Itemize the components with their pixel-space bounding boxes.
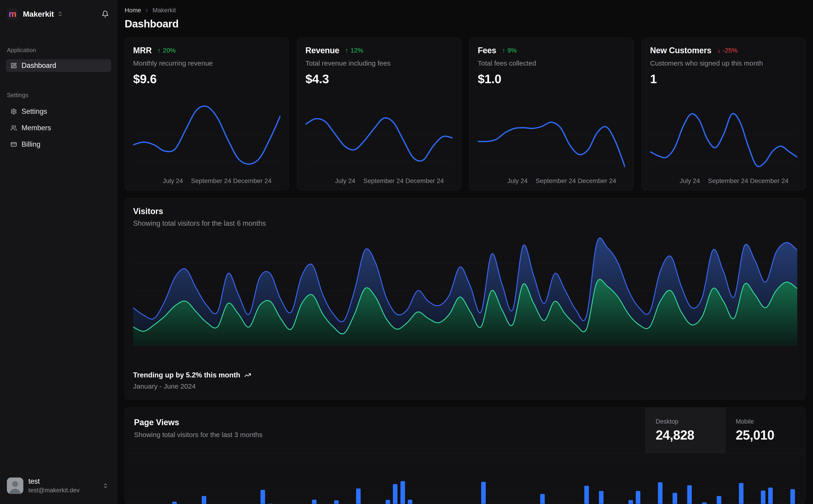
bar <box>629 500 633 504</box>
workspace-switcher[interactable]: m Makerkit <box>7 8 110 20</box>
bar <box>202 496 206 504</box>
bar <box>599 491 603 504</box>
trending-up-icon <box>244 372 251 379</box>
bar <box>687 485 692 504</box>
x-tick: December 24 <box>578 177 616 185</box>
page-views-header: Page Views Showing total visitors for th… <box>125 408 805 453</box>
gridline <box>125 462 805 463</box>
visitors-trend-row: Trending up by 5.2% this month <box>133 371 797 379</box>
sparkline-svg <box>306 101 453 175</box>
breadcrumb-home-link[interactable]: Home <box>125 7 141 14</box>
trend-up-arrow-icon: ↑ <box>157 47 161 54</box>
trend-value: 20% <box>163 47 175 54</box>
gear-icon <box>11 108 17 115</box>
sparkline-chart: July 24 September 24 December 24 <box>133 101 280 185</box>
sparkline-chart: July 24 September 24 December 24 <box>306 101 453 185</box>
user-menu[interactable]: test test@makerkit.dev <box>7 477 110 494</box>
trend-down-arrow-icon: ↓ <box>717 47 721 54</box>
stat-value: $1.0 <box>478 72 625 86</box>
bar <box>702 502 707 504</box>
desktop-toggle-button[interactable]: Desktop 24,828 <box>646 408 725 453</box>
credit-card-icon <box>11 141 17 148</box>
sidebar-item-members[interactable]: Members <box>6 122 111 134</box>
bar <box>790 489 795 504</box>
x-tick: September 24 <box>191 177 231 185</box>
sidebar-item-label: Dashboard <box>21 61 56 70</box>
bar <box>334 500 339 504</box>
sidebar-item-billing[interactable]: Billing <box>6 138 111 151</box>
desktop-value: 24,828 <box>656 427 725 443</box>
bar <box>386 500 390 504</box>
trend-up-arrow-icon: ↑ <box>345 47 348 54</box>
bar <box>172 502 177 504</box>
x-tick: July 24 <box>680 177 700 185</box>
trend-badge: ↑20% <box>157 47 175 54</box>
bar <box>584 486 589 504</box>
bar <box>717 496 721 504</box>
bar <box>408 500 412 504</box>
visitors-chart-svg <box>133 236 797 345</box>
breadcrumb-current: Makerkit <box>152 7 176 14</box>
stat-cards-row: MRR ↑20% Monthly recurring revenue $9.6 … <box>125 38 806 190</box>
page-views-title: Page Views <box>134 418 636 427</box>
sparkline-svg <box>478 101 625 175</box>
page-views-bar-chart <box>134 453 796 504</box>
x-tick: July 24 <box>162 177 183 185</box>
sidebar-item-label: Members <box>21 124 51 132</box>
bar <box>739 483 744 504</box>
brand-logo: m <box>7 8 18 20</box>
bar <box>481 482 486 504</box>
app-root: m Makerkit Application Dashboard Setting… <box>0 0 813 504</box>
x-tick: December 24 <box>233 177 272 185</box>
sidebar-item-label: Billing <box>21 140 40 149</box>
sparkline-svg <box>650 101 797 175</box>
bar <box>768 488 773 504</box>
stat-card-mrr: MRR ↑20% Monthly recurring revenue $9.6 … <box>125 38 289 190</box>
trend-up-arrow-icon: ↑ <box>502 47 505 54</box>
sidebar-item-settings[interactable]: Settings <box>6 105 111 118</box>
stat-card-new-customers: New Customers ↓-25% Customers who signed… <box>642 38 806 190</box>
trend-value: -25% <box>723 47 738 54</box>
mobile-value: 25,010 <box>736 427 805 443</box>
visitors-area-chart <box>133 236 797 345</box>
bar <box>761 491 765 504</box>
users-icon <box>11 125 17 131</box>
trend-value: 9% <box>507 47 517 54</box>
x-axis-labels: July 24 September 24 December 24 <box>133 175 280 185</box>
sidebar-item-label: Settings <box>21 107 47 116</box>
mobile-label: Mobile <box>736 418 805 425</box>
avatar <box>7 477 23 494</box>
bar <box>312 500 317 504</box>
sidebar-section-application: Application <box>7 47 110 54</box>
trend-badge: ↑9% <box>502 47 517 54</box>
sparkline-chart: July 24 September 24 December 24 <box>650 101 797 185</box>
bar <box>673 493 677 504</box>
trend-badge: ↑12% <box>345 47 363 54</box>
bar <box>658 482 663 504</box>
stat-value: $4.3 <box>306 72 453 86</box>
chevrons-up-down-icon <box>102 483 108 489</box>
breadcrumb: Home Makerkit <box>125 7 806 14</box>
user-meta: test test@makerkit.dev <box>28 477 80 494</box>
visitors-period: January - June 2024 <box>133 382 797 390</box>
layout-dashboard-icon <box>11 62 17 69</box>
bar <box>356 488 361 504</box>
bar <box>540 494 545 504</box>
stat-title: MRR <box>133 46 151 55</box>
x-tick: September 24 <box>535 177 576 185</box>
visitors-title: Visitors <box>133 207 797 216</box>
stat-subtitle: Total revenue including fees <box>306 59 453 67</box>
x-tick: September 24 <box>708 177 748 185</box>
stat-title: Revenue <box>306 46 339 55</box>
brand-name: Makerkit <box>23 10 54 19</box>
stat-title: Fees <box>478 46 496 55</box>
sidebar-item-dashboard[interactable]: Dashboard <box>6 59 111 72</box>
page-views-subtitle: Showing total visitors for the last 3 mo… <box>134 431 636 439</box>
visitors-card: Visitors Showing total visitors for the … <box>125 198 806 400</box>
bar <box>261 490 265 504</box>
x-tick: July 24 <box>335 177 355 185</box>
mobile-toggle-button[interactable]: Mobile 25,010 <box>725 408 805 453</box>
bar <box>393 484 397 504</box>
notifications-bell-icon[interactable] <box>101 10 109 18</box>
visitors-trend-text: Trending up by 5.2% this month <box>133 371 240 379</box>
